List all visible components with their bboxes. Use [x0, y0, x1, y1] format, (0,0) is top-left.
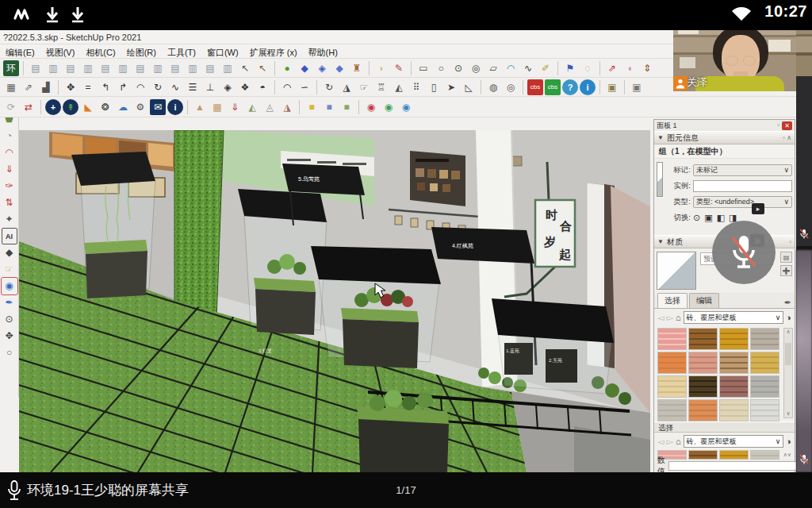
material-swatch-16[interactable]: [750, 399, 779, 421]
material-swatch-15[interactable]: [719, 399, 749, 421]
column-icon[interactable]: ♖: [373, 79, 389, 95]
stool-icon[interactable]: ♜: [349, 60, 365, 76]
grid-icon[interactable]: ▦: [3, 79, 19, 95]
speaker-mini-icon[interactable]: ▸: [752, 203, 764, 214]
squiggle-icon[interactable]: ∿: [167, 79, 183, 95]
download-icon[interactable]: [44, 6, 60, 24]
model-viewport[interactable]: 时 合 岁 起 3.灯笼: [19, 130, 650, 472]
oval-tool-icon[interactable]: ◎: [468, 60, 484, 76]
material-swatch-7[interactable]: [719, 352, 749, 374]
sandbox-contours-icon[interactable]: ▦: [209, 99, 225, 115]
swatch-scrollbar[interactable]: ∧∨: [783, 328, 793, 418]
flip-tri-icon[interactable]: ◮: [339, 79, 354, 95]
ellipse-tool-icon[interactable]: ⊙: [450, 60, 466, 76]
fence-tool-4-icon[interactable]: ▥: [80, 60, 96, 76]
material-swatch-9[interactable]: [657, 375, 687, 398]
arc-tool-icon[interactable]: ◠: [503, 60, 519, 76]
paint-bucket-icon[interactable]: ◖: [622, 60, 638, 76]
box-blue-icon[interactable]: ■: [321, 99, 337, 115]
instance-input[interactable]: [693, 180, 792, 192]
spiral-blue-icon[interactable]: ◉: [398, 99, 414, 115]
fence-tool-6-icon[interactable]: ▥: [115, 60, 131, 76]
box-gray-icon[interactable]: ▣: [629, 79, 645, 95]
arch-icon[interactable]: ◠: [132, 79, 148, 95]
plugin-logo-icon[interactable]: 环: [3, 60, 19, 76]
material-swatch-2[interactable]: [688, 328, 718, 350]
participant-tile-dark[interactable]: [796, 76, 812, 246]
back-arrow-icon[interactable]: ◅: [657, 313, 664, 323]
sandbox-detail-icon[interactable]: ◬: [262, 99, 278, 115]
camera-blue-2-icon[interactable]: ◈: [314, 60, 330, 76]
section-buttons[interactable]: ▫ ∧: [783, 131, 791, 144]
visibility-eye-icon[interactable]: ⊙: [693, 213, 700, 223]
tab-edit[interactable]: 编辑: [689, 293, 719, 308]
select-cursor-icon[interactable]: ↖: [237, 60, 253, 76]
material-swatch-3[interactable]: [719, 450, 749, 460]
material-swatch-6[interactable]: [688, 352, 718, 374]
box-yellow-icon[interactable]: ■: [304, 99, 320, 115]
dome-wire-icon[interactable]: ◔: [2, 128, 17, 144]
ramp-icon[interactable]: ⇗: [21, 79, 36, 95]
move-icon[interactable]: ✥: [63, 79, 79, 95]
updown-icon[interactable]: ⇕: [639, 60, 655, 76]
secondary-select-header[interactable]: 选择: [654, 421, 795, 433]
flourish-icon[interactable]: ✑: [2, 178, 17, 194]
pencil-icon[interactable]: ✎: [391, 60, 407, 76]
wave-logo-icon[interactable]: [13, 6, 35, 22]
stamp-red-icon[interactable]: ⇓: [2, 161, 17, 178]
fence-tool-9-icon[interactable]: ▤: [167, 60, 183, 76]
material-swatch-5[interactable]: [657, 352, 687, 374]
menu-item-5[interactable]: 工具(T): [162, 45, 201, 60]
tools-icon[interactable]: ✦: [2, 211, 17, 228]
fence-tool-10-icon[interactable]: ▥: [185, 60, 201, 76]
tab-select[interactable]: 选择: [657, 293, 688, 308]
circle-badge-2-icon[interactable]: ◎: [503, 79, 519, 95]
slice-icon[interactable]: ◠: [2, 144, 17, 161]
cloud-upload-icon[interactable]: ☁: [115, 99, 131, 115]
type-dropdown[interactable]: 类型: <undefined>∨: [693, 196, 792, 208]
add-location-icon[interactable]: +: [45, 99, 61, 115]
material-swatch-4[interactable]: [750, 450, 779, 460]
dark-blob-icon[interactable]: ◆: [2, 244, 17, 261]
secondary-collection-dropdown[interactable]: 砖、覆层和壁板∨: [684, 435, 784, 448]
compass-icon[interactable]: ✥: [2, 328, 17, 344]
material-swatch-4[interactable]: [750, 328, 779, 350]
menu-item-7[interactable]: 扩展程序 (x): [244, 45, 303, 60]
box-kit-icon[interactable]: ▣: [604, 79, 620, 95]
dome-icon[interactable]: ◓: [255, 79, 270, 95]
mute-microphone-button[interactable]: [712, 221, 776, 284]
collection-dropdown[interactable]: 砖、覆层和壁板∨: [684, 311, 784, 324]
checker-sphere-icon[interactable]: ❂: [98, 99, 113, 115]
sample-paint-icon[interactable]: ◑: [786, 313, 791, 322]
scrollbar-thumb[interactable]: [785, 343, 791, 365]
webcam-video-tile[interactable]: 关泽: [673, 22, 796, 91]
participant-tile-sliver[interactable]: [796, 24, 812, 76]
rectangle-tool-icon[interactable]: ▭: [416, 60, 431, 76]
mini-scroll-icons[interactable]: ∧∨: [783, 452, 791, 458]
cursor-a-icon[interactable]: ➤: [443, 79, 459, 95]
hand-icon[interactable]: ☞: [356, 79, 372, 95]
mirror-icon[interactable]: ◭: [391, 79, 407, 95]
material-swatch-10[interactable]: [688, 375, 718, 398]
arrows-red-icon[interactable]: ⇅: [2, 194, 17, 211]
menu-item-8[interactable]: 帮助(H): [303, 45, 343, 60]
rotate-icon[interactable]: ↻: [150, 79, 166, 95]
dots-icon[interactable]: ⠿: [408, 79, 424, 95]
mail-icon[interactable]: ✉: [150, 99, 166, 115]
create-material-icon[interactable]: ➕: [780, 265, 792, 276]
entity-info-header[interactable]: ▼ 图元信息 ▫ ∧: [654, 131, 795, 144]
fence-tool-5-icon[interactable]: ▤: [98, 60, 113, 76]
balloon-icon[interactable]: ●: [279, 60, 295, 76]
fence-tool-2-icon[interactable]: ▥: [45, 60, 61, 76]
cross-gem-icon[interactable]: ❖: [237, 79, 253, 95]
ai-tool-icon[interactable]: AI: [2, 228, 17, 244]
material-swatch-14[interactable]: [688, 399, 718, 421]
spiral-icon[interactable]: ◌: [580, 60, 596, 76]
material-swatch-13[interactable]: [657, 399, 687, 421]
help-icon[interactable]: ?: [562, 79, 578, 95]
eyedropper-icon[interactable]: ✒: [784, 298, 791, 308]
chart-icon[interactable]: ▟: [38, 79, 54, 95]
menu-item-2[interactable]: 视图(V): [40, 45, 81, 60]
sandbox-drape-icon[interactable]: ◭: [244, 99, 260, 115]
polygon-tool-icon[interactable]: ▱: [485, 60, 501, 76]
